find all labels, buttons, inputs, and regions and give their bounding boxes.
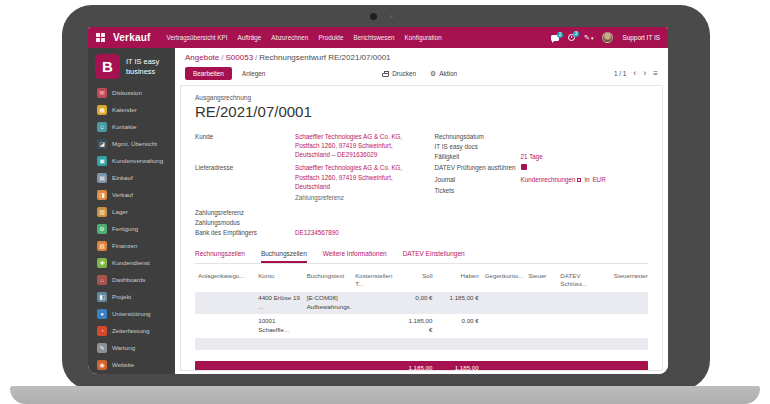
sidebar-item-kundenverwaltung[interactable]: ▣Kundenverwaltung	[88, 152, 175, 169]
sidebar-item-wartung[interactable]: ✎Wartung	[88, 339, 175, 356]
accounting-icon: ▧	[97, 241, 107, 251]
wand-icon: ✎	[584, 34, 590, 42]
pager-prev-icon[interactable]: ‹	[633, 69, 636, 78]
current-app-name[interactable]: Verkauf	[113, 32, 151, 43]
purchase-icon: ▤	[97, 173, 107, 183]
messages-badge: 2	[557, 32, 563, 38]
journal-value[interactable]: KundenrechnungeninEUR	[521, 175, 649, 184]
col-datev-schluessel[interactable]: DATEV Schlüss...	[557, 269, 610, 291]
sidebar-item-projekt[interactable]: ◧Projekt	[88, 288, 175, 305]
sidebar-item-lager[interactable]: ▥Lager	[88, 203, 175, 220]
faelligkeit-value[interactable]: 21 Tage	[521, 152, 649, 161]
easydocs-label: IT IS easy docs	[435, 142, 521, 151]
menu-abzurechnen[interactable]: Abzurechnen	[271, 34, 308, 41]
easydocs-value[interactable]	[521, 142, 649, 151]
tab-datev-einstellungen[interactable]: DATEV Einstellungen	[403, 250, 465, 263]
sidebar-item-kontakte[interactable]: ☺Kontakte	[88, 118, 175, 135]
zahlungsreferenz-value[interactable]	[295, 208, 409, 217]
maintenance-icon: ✎	[97, 343, 107, 353]
table-row[interactable]: 4400 Erlöse 19 ... [E-COM08] Aufbewahrun…	[195, 292, 648, 314]
sidebar-item-einkauf[interactable]: ▤Einkauf	[88, 169, 175, 186]
sidebar-item-finanzen[interactable]: ▧Finanzen	[88, 237, 175, 254]
lieferadresse-value[interactable]: Schaeffler Technologies AG & Co. KG, Pos…	[295, 163, 409, 202]
timesheet-icon: ◔	[97, 326, 107, 336]
menu-vertragsuebersicht-kpi[interactable]: Vertragsübersicht KPI	[167, 34, 228, 41]
edit-button[interactable]: Bearbeiten	[185, 67, 232, 80]
sidebar-item-fertigung[interactable]: ⚙Fertigung	[88, 220, 175, 237]
sidebar-item-unterstuetzung[interactable]: ●Unterstützung	[88, 305, 175, 322]
sidebar-item-diskussion[interactable]: ✉Diskussion	[88, 84, 175, 101]
table-row[interactable]: 10001 Schaeffle... 1.185,00 € 0,00 €	[195, 315, 648, 337]
sidebar-item-kundendienst[interactable]: ✚Kundendienst	[88, 254, 175, 271]
sidebar-item-verkauf[interactable]: ◨Verkauf	[88, 186, 175, 203]
kunde-value[interactable]: Schaeffler Technologies AG & Co. KG, Pos…	[295, 132, 409, 159]
rechnungsdatum-label: Rechnungsdatum	[435, 132, 521, 141]
bank-value[interactable]: DE1234567890	[295, 228, 409, 237]
print-button[interactable]: Drucken	[382, 70, 416, 77]
document-title: RE/2021/07/0001	[195, 103, 648, 120]
col-buchungstext[interactable]: Buchungstext	[304, 269, 352, 291]
create-button[interactable]: Anlegen	[242, 70, 265, 77]
menu-berichtswesen[interactable]: Berichtswesen	[354, 34, 395, 41]
manufacturing-icon: ⚙	[97, 224, 107, 234]
laptop-base	[10, 386, 760, 404]
tab-buchungszeilen[interactable]: Buchungszeilen	[261, 250, 307, 263]
fields-right-column: Rechnungsdatum IT IS easy docs Fälligkei…	[435, 132, 649, 241]
rechnungsdatum-value[interactable]	[521, 132, 649, 141]
sidebar-item-dashboards[interactable]: ⌂Dashboards	[88, 271, 175, 288]
zahlungsmodus-value[interactable]	[295, 218, 409, 227]
action-button[interactable]: ⚙ Aktion	[430, 70, 457, 77]
tab-rechnungszeilen[interactable]: Rechnungszeilen	[195, 250, 245, 263]
activities-badge: 3	[573, 31, 579, 37]
col-kostenstellen[interactable]: Kostenstellen T...	[352, 269, 400, 291]
sidebar-item-mgmt-uebersicht[interactable]: ◪Mgmt. Übersicht	[88, 135, 175, 152]
messages-button[interactable]: 2	[551, 35, 559, 41]
col-konto[interactable]: Konto	[255, 269, 303, 291]
menu-auftraege[interactable]: Aufträge	[237, 34, 261, 41]
kunde-label: Kunde	[195, 132, 295, 159]
tab-weitere-informationen[interactable]: Weitere Informationen	[323, 250, 387, 263]
col-haben[interactable]: Haben	[436, 269, 482, 291]
user-name[interactable]: Support IT IS	[622, 34, 660, 41]
lieferadresse-label: Lieferadresse	[195, 163, 295, 202]
internal-link-icon[interactable]	[577, 178, 581, 182]
brand-name: IT IS easy business	[126, 57, 168, 76]
webcam-led-icon	[390, 15, 393, 18]
sidebar-item-kalender[interactable]: ▦Kalender	[88, 101, 175, 118]
tickets-value[interactable]	[521, 186, 649, 195]
menu-produkte[interactable]: Produkte	[318, 34, 343, 41]
content-area: Angebote/S00053/Rechnungsentwurf RE/2021…	[175, 48, 668, 374]
top-right-cluster: 2 3 ✎ ▾ Support IT IS	[551, 32, 660, 43]
total-soll: 1.185,00	[401, 361, 436, 371]
list-view-icon[interactable]: ≡	[653, 69, 658, 78]
dashboard-icon: ⌂	[97, 275, 107, 285]
document-type-label: Ausgangsrechnung	[195, 94, 648, 101]
breadcrumb-s00053[interactable]: S00053	[226, 53, 254, 62]
activities-button[interactable]: 3	[568, 34, 575, 41]
col-soll[interactable]: Soll	[401, 269, 436, 291]
sidebar-brand[interactable]: B IT IS easy business	[88, 48, 175, 84]
col-gegenkonto[interactable]: Gegenkonto...	[482, 269, 525, 291]
col-anlagenkategorie[interactable]: Anlagenkatego...	[195, 269, 255, 291]
breadcrumb-current: Rechnungsentwurf RE/2021/07/0001	[259, 53, 390, 62]
table-row-empty[interactable]	[195, 338, 648, 350]
user-menu[interactable]	[602, 32, 613, 43]
menu-konfiguration[interactable]: Konfiguration	[405, 34, 442, 41]
debug-tools-button[interactable]: ✎ ▾	[584, 34, 593, 42]
pager-next-icon[interactable]: ›	[643, 69, 646, 78]
brand-logo: B	[95, 54, 120, 79]
form-sheet: Ausgangsrechnung RE/2021/07/0001 Kunde S…	[180, 85, 663, 371]
apps-menu-icon[interactable]	[96, 33, 105, 42]
col-steuer[interactable]: Steuer	[525, 269, 557, 291]
sidebar-item-zeiterfassung[interactable]: ◔Zeiterfassung	[88, 322, 175, 339]
top-nav-bar: Verkauf Vertragsübersicht KPI Aufträge A…	[88, 27, 668, 48]
breadcrumb: Angebote/S00053/Rechnungsentwurf RE/2021…	[175, 48, 668, 64]
webcam-icon	[370, 13, 377, 20]
breadcrumb-angebote[interactable]: Angebote	[185, 53, 219, 62]
journal-currency: EUR	[592, 176, 605, 183]
chat-icon: ✉	[97, 88, 107, 98]
datev-checkbox[interactable]	[521, 164, 527, 170]
journal-label: Journal	[435, 175, 521, 184]
sidebar-item-website[interactable]: ◉Website	[88, 356, 175, 373]
col-steuerraster[interactable]: Steuerraster	[611, 269, 648, 291]
